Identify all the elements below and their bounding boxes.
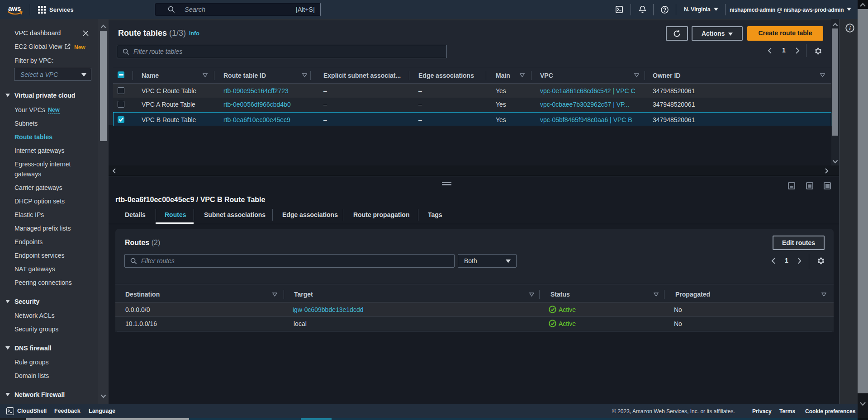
svg-text:aws: aws: [8, 5, 21, 12]
svg-text:i: i: [849, 25, 851, 32]
